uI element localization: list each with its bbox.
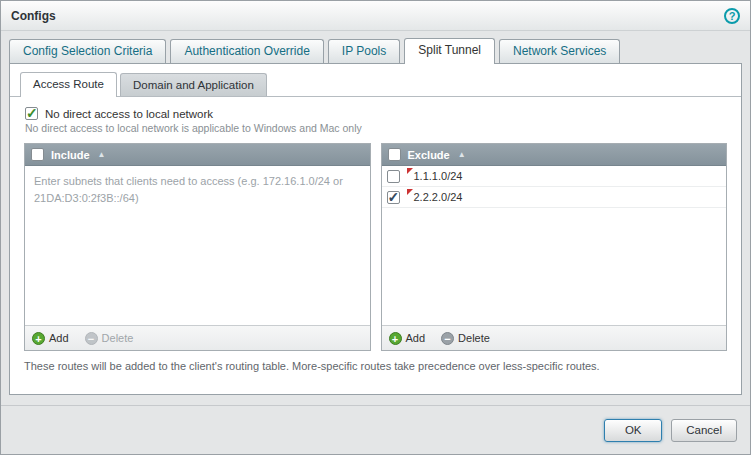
include-grid-header[interactable]: Include ▲ <box>25 144 370 166</box>
exclude-row-2-checkbox[interactable] <box>387 191 400 204</box>
subtab-access-route[interactable]: Access Route <box>20 72 117 97</box>
exclude-row-1-value: 1.1.1.0/24 <box>407 170 463 182</box>
include-placeholder-text: Enter subnets that clients need to acces… <box>25 166 370 214</box>
tab-ip-pools[interactable]: IP Pools <box>328 39 400 63</box>
minus-icon: − <box>441 332 454 345</box>
no-direct-access-label: No direct access to local network <box>45 108 213 120</box>
plus-icon: + <box>389 332 402 345</box>
exclude-delete-button[interactable]: − Delete <box>441 332 490 345</box>
include-grid-body[interactable]: Enter subnets that clients need to acces… <box>25 166 370 325</box>
tab-network-services[interactable]: Network Services <box>499 39 620 63</box>
exclude-delete-label: Delete <box>458 332 490 344</box>
dialog-title: Configs <box>11 9 724 23</box>
include-grid: Include ▲ Enter subnets that clients nee… <box>24 143 371 351</box>
sub-tabstrip: Access Route Domain and Application <box>10 64 741 97</box>
sort-asc-icon: ▲ <box>458 150 466 159</box>
exclude-column-header: Exclude <box>408 149 450 161</box>
configs-dialog: Configs ? Config Selection Criteria Auth… <box>0 0 751 455</box>
include-delete-label: Delete <box>102 332 134 344</box>
dialog-footer: OK Cancel <box>1 405 750 454</box>
exclude-grid: Exclude ▲ 1.1.1.0/24 2.2.2.0/24 + <box>381 143 728 351</box>
tab-authentication-override[interactable]: Authentication Override <box>170 39 323 63</box>
exclude-select-all-checkbox[interactable] <box>388 148 401 161</box>
subtab-domain-and-application[interactable]: Domain and Application <box>120 73 267 96</box>
include-add-button[interactable]: + Add <box>32 332 69 345</box>
no-direct-access-checkbox[interactable] <box>25 107 38 120</box>
exclude-grid-header[interactable]: Exclude ▲ <box>382 144 727 166</box>
plus-icon: + <box>32 332 45 345</box>
title-bar: Configs ? <box>1 1 750 31</box>
minus-icon: − <box>85 332 98 345</box>
sort-asc-icon: ▲ <box>98 150 106 159</box>
exclude-grid-body: 1.1.1.0/24 2.2.2.0/24 <box>382 166 727 325</box>
exclude-row-2-value: 2.2.2.0/24 <box>407 191 463 203</box>
include-delete-button[interactable]: − Delete <box>85 332 134 345</box>
cancel-button[interactable]: Cancel <box>671 419 737 442</box>
exclude-row-1-checkbox[interactable] <box>387 170 400 183</box>
exclude-row-1[interactable]: 1.1.1.0/24 <box>382 166 727 187</box>
exclude-grid-toolbar: + Add − Delete <box>382 325 727 350</box>
include-grid-toolbar: + Add − Delete <box>25 325 370 350</box>
include-column-header: Include <box>51 149 90 161</box>
exclude-row-2[interactable]: 2.2.2.0/24 <box>382 187 727 208</box>
routing-table-note: These routes will be added to the client… <box>24 360 727 372</box>
tab-split-tunnel[interactable]: Split Tunnel <box>404 38 495 64</box>
ok-button[interactable]: OK <box>604 419 662 442</box>
include-add-label: Add <box>49 332 69 344</box>
exclude-add-label: Add <box>406 332 426 344</box>
no-direct-access-option: No direct access to local network <box>25 107 741 120</box>
include-select-all-checkbox[interactable] <box>31 148 44 161</box>
tab-config-selection-criteria[interactable]: Config Selection Criteria <box>9 39 166 63</box>
help-icon[interactable]: ? <box>724 8 740 24</box>
main-tabstrip: Config Selection Criteria Authentication… <box>9 38 742 64</box>
split-tunnel-panel: Access Route Domain and Application No d… <box>9 64 742 395</box>
no-direct-access-note: No direct access to local network is app… <box>25 122 741 134</box>
route-grids: Include ▲ Enter subnets that clients nee… <box>24 143 727 351</box>
exclude-add-button[interactable]: + Add <box>389 332 426 345</box>
